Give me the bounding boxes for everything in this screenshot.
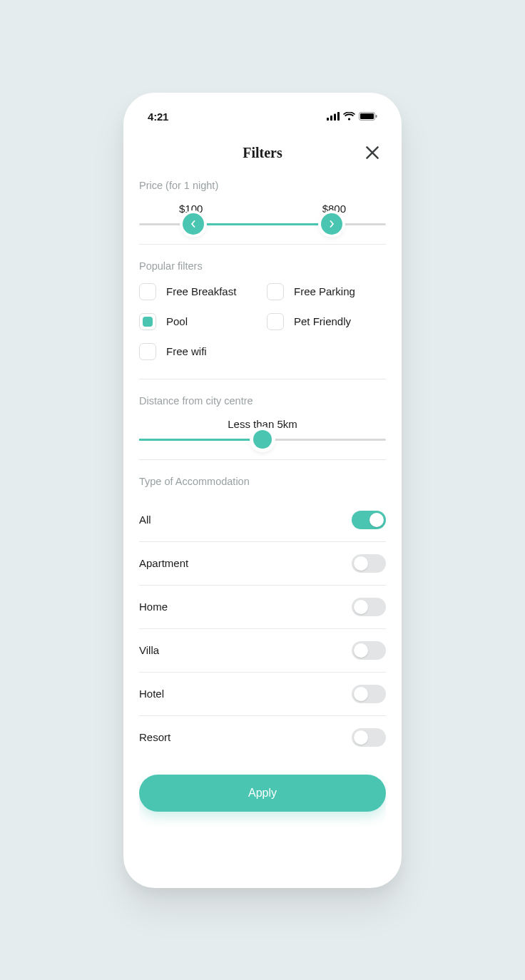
toggle[interactable] bbox=[352, 598, 386, 616]
accommodation-row: Hotel bbox=[139, 673, 386, 716]
price-section-label: Price (for 1 night) bbox=[139, 180, 386, 191]
cellular-icon bbox=[327, 111, 340, 123]
accommodation-label: Resort bbox=[139, 731, 170, 743]
toggle[interactable] bbox=[352, 685, 386, 703]
screen-header: Filters bbox=[139, 145, 386, 161]
accommodation-label: Villa bbox=[139, 644, 159, 656]
popular-filters: Free BreakfastFree ParkingPoolPet Friend… bbox=[139, 283, 386, 360]
price-range-slider[interactable] bbox=[139, 223, 386, 225]
accommodation-row: Resort bbox=[139, 716, 386, 759]
price-min-handle[interactable] bbox=[183, 213, 204, 235]
toggle-knob bbox=[354, 600, 368, 614]
divider bbox=[139, 459, 386, 460]
accommodation-row: Home bbox=[139, 586, 386, 629]
close-button[interactable] bbox=[363, 143, 382, 162]
filters-screen: 4:21 Filters Price (for 1 night) $100 $8… bbox=[123, 93, 402, 888]
accommodation-label: Home bbox=[139, 601, 168, 613]
filter-label: Free Breakfast bbox=[166, 285, 236, 297]
svg-rect-3 bbox=[337, 112, 340, 121]
svg-rect-5 bbox=[360, 113, 374, 119]
apply-button[interactable]: Apply bbox=[139, 775, 386, 812]
wifi-icon bbox=[343, 111, 355, 123]
toggle[interactable] bbox=[352, 728, 386, 747]
accommodation-list: AllApartmentHomeVillaHotelResort bbox=[139, 499, 386, 759]
svg-rect-6 bbox=[376, 115, 377, 118]
filter-label: Free wifi bbox=[166, 345, 207, 357]
filter-label: Free Parking bbox=[294, 285, 355, 297]
distance-slider[interactable] bbox=[139, 439, 386, 441]
toggle[interactable] bbox=[352, 511, 386, 529]
checkbox[interactable] bbox=[267, 313, 284, 330]
popular-section-label: Popular filters bbox=[139, 260, 386, 272]
distance-value: Less than 5km bbox=[139, 418, 386, 430]
battery-icon bbox=[359, 111, 377, 123]
toggle-knob bbox=[354, 643, 368, 658]
filter-item[interactable]: Free wifi bbox=[139, 343, 258, 360]
filter-label: Pet Friendly bbox=[294, 315, 351, 327]
filter-label: Pool bbox=[166, 315, 188, 327]
status-icons bbox=[327, 111, 377, 123]
checkbox[interactable] bbox=[139, 283, 156, 300]
distance-fill bbox=[139, 439, 262, 441]
svg-rect-1 bbox=[330, 116, 332, 121]
toggle-knob bbox=[354, 556, 368, 571]
toggle[interactable] bbox=[352, 641, 386, 660]
filters-content: Price (for 1 night) $100 $800 Popular fi… bbox=[139, 180, 386, 867]
distance-section-label: Distance from city centre bbox=[139, 395, 386, 407]
accommodation-label: Apartment bbox=[139, 557, 188, 569]
accommodation-row: Villa bbox=[139, 629, 386, 673]
checkbox[interactable] bbox=[139, 343, 156, 360]
toggle-knob bbox=[354, 730, 368, 745]
filter-item[interactable]: Pet Friendly bbox=[267, 313, 386, 330]
chevron-left-icon bbox=[190, 220, 197, 228]
close-icon bbox=[363, 143, 382, 162]
toggle[interactable] bbox=[352, 554, 386, 573]
price-range-fill bbox=[193, 223, 332, 225]
distance-handle[interactable] bbox=[253, 430, 272, 449]
svg-rect-0 bbox=[327, 118, 329, 121]
toggle-knob bbox=[369, 513, 384, 527]
chevron-right-icon bbox=[328, 220, 335, 228]
filter-item[interactable]: Free Breakfast bbox=[139, 283, 258, 300]
accommodation-label: All bbox=[139, 514, 151, 526]
price-values: $100 $800 bbox=[139, 203, 386, 215]
page-title: Filters bbox=[139, 145, 386, 161]
accommodation-section-label: Type of Accommodation bbox=[139, 476, 386, 487]
divider bbox=[139, 244, 386, 245]
svg-rect-2 bbox=[334, 114, 336, 121]
divider bbox=[139, 379, 386, 379]
price-min: $100 bbox=[179, 203, 203, 215]
clock: 4:21 bbox=[148, 111, 168, 123]
filter-item[interactable]: Free Parking bbox=[267, 283, 386, 300]
toggle-knob bbox=[354, 687, 368, 701]
filter-item[interactable]: Pool bbox=[139, 313, 258, 330]
price-max-handle[interactable] bbox=[321, 213, 342, 235]
price-max: $800 bbox=[322, 203, 346, 215]
checkbox[interactable] bbox=[267, 283, 284, 300]
status-bar: 4:21 bbox=[139, 109, 386, 125]
checkbox[interactable] bbox=[139, 313, 156, 330]
accommodation-row: Apartment bbox=[139, 542, 386, 586]
accommodation-label: Hotel bbox=[139, 688, 164, 700]
accommodation-row: All bbox=[139, 499, 386, 542]
